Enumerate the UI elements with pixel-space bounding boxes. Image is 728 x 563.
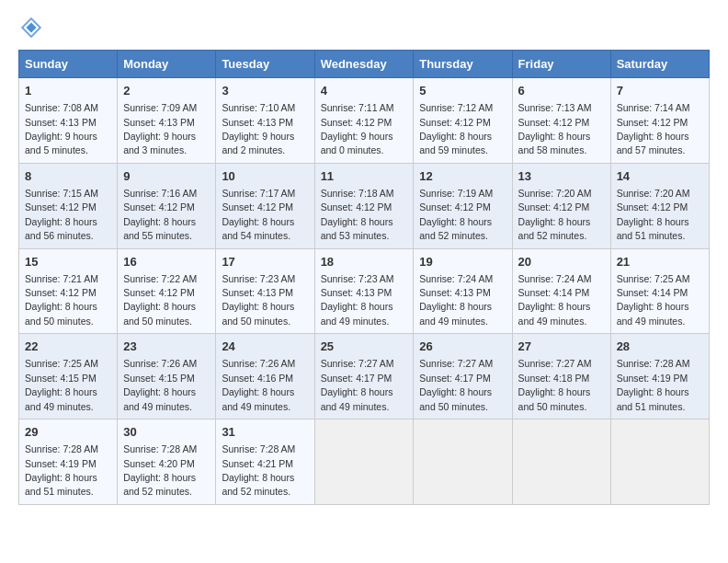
- day-number: 23: [123, 339, 210, 355]
- calendar-cell: 6Sunrise: 7:13 AMSunset: 4:12 PMDaylight…: [512, 78, 610, 164]
- header-saturday: Saturday: [610, 51, 709, 78]
- week-row-1: 1Sunrise: 7:08 AMSunset: 4:13 PMDaylight…: [19, 78, 710, 164]
- day-number: 4: [321, 83, 408, 99]
- day-number: 7: [617, 83, 703, 99]
- day-number: 20: [518, 254, 605, 270]
- day-detail: Sunrise: 7:21 AMSunset: 4:12 PMDaylight:…: [25, 273, 98, 327]
- calendar-cell: 31Sunrise: 7:28 AMSunset: 4:21 PMDayligh…: [216, 419, 314, 505]
- day-detail: Sunrise: 7:27 AMSunset: 4:17 PMDaylight:…: [419, 358, 493, 411]
- header-thursday: Thursday: [414, 51, 512, 78]
- calendar-cell: 17Sunrise: 7:23 AMSunset: 4:13 PMDayligh…: [216, 248, 314, 334]
- day-number: 6: [518, 83, 605, 99]
- calendar-cell: 27Sunrise: 7:27 AMSunset: 4:18 PMDayligh…: [512, 334, 610, 419]
- day-detail: Sunrise: 7:18 AMSunset: 4:12 PMDaylight:…: [321, 188, 394, 241]
- calendar-cell: 19Sunrise: 7:24 AMSunset: 4:13 PMDayligh…: [414, 248, 512, 334]
- day-number: 22: [25, 339, 111, 355]
- calendar-cell: [610, 419, 709, 505]
- day-detail: Sunrise: 7:16 AMSunset: 4:12 PMDaylight:…: [123, 188, 197, 241]
- logo-icon: [18, 15, 44, 40]
- day-number: 5: [419, 83, 506, 99]
- day-detail: Sunrise: 7:22 AMSunset: 4:12 PMDaylight:…: [123, 273, 197, 327]
- header-sunday: Sunday: [19, 51, 118, 78]
- day-detail: Sunrise: 7:27 AMSunset: 4:18 PMDaylight:…: [518, 358, 592, 411]
- day-detail: Sunrise: 7:25 AMSunset: 4:14 PMDaylight:…: [617, 273, 690, 327]
- calendar-cell: 23Sunrise: 7:26 AMSunset: 4:15 PMDayligh…: [118, 334, 216, 419]
- day-detail: Sunrise: 7:13 AMSunset: 4:12 PMDaylight:…: [518, 102, 592, 155]
- day-detail: Sunrise: 7:28 AMSunset: 4:20 PMDaylight:…: [123, 443, 197, 497]
- day-number: 15: [25, 254, 111, 270]
- calendar-cell: 9Sunrise: 7:16 AMSunset: 4:12 PMDaylight…: [118, 163, 216, 248]
- calendar-cell: 25Sunrise: 7:27 AMSunset: 4:17 PMDayligh…: [314, 334, 414, 419]
- header-monday: Monday: [118, 51, 216, 78]
- day-detail: Sunrise: 7:28 AMSunset: 4:21 PMDaylight:…: [222, 443, 295, 497]
- day-number: 16: [123, 254, 210, 270]
- day-number: 2: [123, 83, 210, 99]
- day-number: 13: [518, 168, 605, 185]
- day-detail: Sunrise: 7:23 AMSunset: 4:13 PMDaylight:…: [321, 273, 394, 327]
- calendar-cell: 26Sunrise: 7:27 AMSunset: 4:17 PMDayligh…: [414, 334, 512, 419]
- calendar-cell: 24Sunrise: 7:26 AMSunset: 4:16 PMDayligh…: [216, 334, 314, 419]
- calendar-cell: [512, 419, 610, 505]
- week-row-3: 15Sunrise: 7:21 AMSunset: 4:12 PMDayligh…: [19, 248, 710, 334]
- calendar-cell: 5Sunrise: 7:12 AMSunset: 4:12 PMDaylight…: [414, 78, 512, 164]
- calendar-cell: 4Sunrise: 7:11 AMSunset: 4:12 PMDaylight…: [314, 78, 414, 164]
- day-number: 30: [123, 424, 210, 441]
- calendar-cell: 13Sunrise: 7:20 AMSunset: 4:12 PMDayligh…: [512, 163, 610, 248]
- logo: [18, 15, 48, 40]
- header-friday: Friday: [512, 51, 610, 78]
- day-detail: Sunrise: 7:11 AMSunset: 4:12 PMDaylight:…: [321, 102, 394, 155]
- day-number: 29: [25, 424, 111, 441]
- day-number: 10: [222, 168, 308, 185]
- header-tuesday: Tuesday: [216, 51, 314, 78]
- calendar-cell: 12Sunrise: 7:19 AMSunset: 4:12 PMDayligh…: [414, 163, 512, 248]
- day-detail: Sunrise: 7:19 AMSunset: 4:12 PMDaylight:…: [419, 188, 493, 241]
- day-detail: Sunrise: 7:23 AMSunset: 4:13 PMDaylight:…: [222, 273, 295, 327]
- day-detail: Sunrise: 7:26 AMSunset: 4:15 PMDaylight:…: [123, 358, 197, 411]
- calendar-cell: 8Sunrise: 7:15 AMSunset: 4:12 PMDaylight…: [19, 163, 118, 248]
- day-detail: Sunrise: 7:10 AMSunset: 4:13 PMDaylight:…: [222, 102, 295, 155]
- day-detail: Sunrise: 7:28 AMSunset: 4:19 PMDaylight:…: [25, 443, 98, 497]
- calendar-cell: [414, 419, 512, 505]
- day-detail: Sunrise: 7:15 AMSunset: 4:12 PMDaylight:…: [25, 188, 98, 241]
- calendar-cell: 18Sunrise: 7:23 AMSunset: 4:13 PMDayligh…: [314, 248, 414, 334]
- calendar-cell: 1Sunrise: 7:08 AMSunset: 4:13 PMDaylight…: [19, 78, 118, 164]
- calendar-cell: 16Sunrise: 7:22 AMSunset: 4:12 PMDayligh…: [118, 248, 216, 334]
- week-row-2: 8Sunrise: 7:15 AMSunset: 4:12 PMDaylight…: [19, 163, 710, 248]
- calendar-header-row: SundayMondayTuesdayWednesdayThursdayFrid…: [19, 51, 710, 78]
- calendar-cell: 30Sunrise: 7:28 AMSunset: 4:20 PMDayligh…: [118, 419, 216, 505]
- calendar-cell: 20Sunrise: 7:24 AMSunset: 4:14 PMDayligh…: [512, 248, 610, 334]
- day-number: 3: [222, 83, 308, 99]
- header-wednesday: Wednesday: [314, 51, 414, 78]
- calendar-cell: 22Sunrise: 7:25 AMSunset: 4:15 PMDayligh…: [19, 334, 118, 419]
- calendar-cell: 10Sunrise: 7:17 AMSunset: 4:12 PMDayligh…: [216, 163, 314, 248]
- calendar-table: SundayMondayTuesdayWednesdayThursdayFrid…: [18, 50, 710, 505]
- day-number: 27: [518, 339, 605, 355]
- calendar-cell: 29Sunrise: 7:28 AMSunset: 4:19 PMDayligh…: [19, 419, 118, 505]
- day-detail: Sunrise: 7:26 AMSunset: 4:16 PMDaylight:…: [222, 358, 295, 411]
- day-number: 9: [123, 168, 210, 185]
- calendar-cell: 15Sunrise: 7:21 AMSunset: 4:12 PMDayligh…: [19, 248, 118, 334]
- day-detail: Sunrise: 7:20 AMSunset: 4:12 PMDaylight:…: [518, 188, 592, 241]
- day-detail: Sunrise: 7:09 AMSunset: 4:13 PMDaylight:…: [123, 102, 197, 155]
- calendar-cell: 11Sunrise: 7:18 AMSunset: 4:12 PMDayligh…: [314, 163, 414, 248]
- day-detail: Sunrise: 7:17 AMSunset: 4:12 PMDaylight:…: [222, 188, 295, 241]
- day-number: 19: [419, 254, 506, 270]
- day-detail: Sunrise: 7:08 AMSunset: 4:13 PMDaylight:…: [25, 102, 98, 155]
- day-detail: Sunrise: 7:24 AMSunset: 4:14 PMDaylight:…: [518, 273, 592, 327]
- calendar-cell: 14Sunrise: 7:20 AMSunset: 4:12 PMDayligh…: [610, 163, 709, 248]
- day-detail: Sunrise: 7:25 AMSunset: 4:15 PMDaylight:…: [25, 358, 98, 411]
- day-number: 12: [419, 168, 506, 185]
- day-number: 18: [321, 254, 408, 270]
- calendar-cell: 2Sunrise: 7:09 AMSunset: 4:13 PMDaylight…: [118, 78, 216, 164]
- calendar-cell: 7Sunrise: 7:14 AMSunset: 4:12 PMDaylight…: [610, 78, 709, 164]
- day-number: 31: [222, 424, 308, 441]
- day-number: 14: [617, 168, 703, 185]
- week-row-4: 22Sunrise: 7:25 AMSunset: 4:15 PMDayligh…: [19, 334, 710, 419]
- calendar-cell: 21Sunrise: 7:25 AMSunset: 4:14 PMDayligh…: [610, 248, 709, 334]
- calendar-cell: 28Sunrise: 7:28 AMSunset: 4:19 PMDayligh…: [610, 334, 709, 419]
- calendar-cell: 3Sunrise: 7:10 AMSunset: 4:13 PMDaylight…: [216, 78, 314, 164]
- day-number: 25: [321, 339, 408, 355]
- day-detail: Sunrise: 7:28 AMSunset: 4:19 PMDaylight:…: [617, 358, 690, 411]
- day-detail: Sunrise: 7:24 AMSunset: 4:13 PMDaylight:…: [419, 273, 493, 327]
- day-detail: Sunrise: 7:27 AMSunset: 4:17 PMDaylight:…: [321, 358, 394, 411]
